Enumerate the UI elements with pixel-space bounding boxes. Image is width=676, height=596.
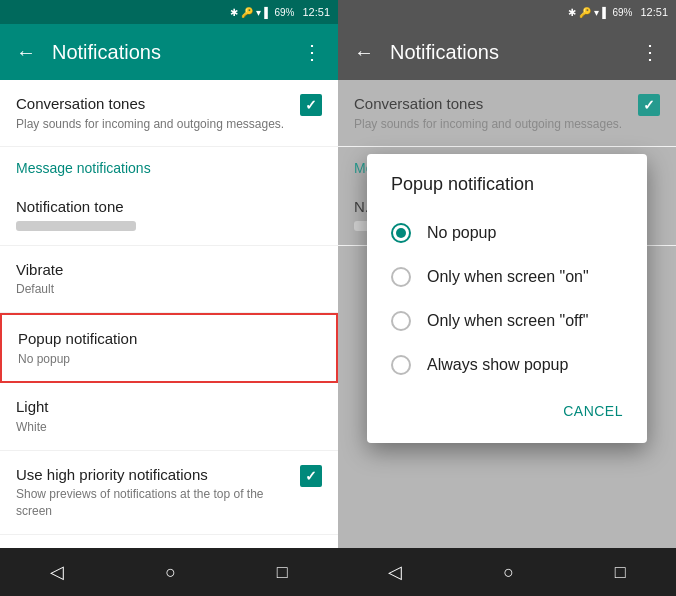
radio-circle-no-popup [391,223,411,243]
status-icons-left: ✱ 🔑 ▾ ▌ 69% [230,7,294,18]
app-bar-right: ← Notifications ⋮ [338,24,676,80]
status-time-right: 12:51 [640,6,668,18]
right-panel: ✱ 🔑 ▾ ▌ 69% 12:51 ← Notifications ⋮ Conv… [338,0,676,596]
popup-notification-sub: No popup [18,351,312,368]
battery-icon: 69% [274,7,294,18]
app-bar-left: ← Notifications ⋮ [0,24,338,80]
vibrate-sub: Default [16,281,314,298]
high-priority-item[interactable]: Use high priority notifications Show pre… [0,451,338,535]
status-time-left: 12:51 [302,6,330,18]
radio-label-screen-off: Only when screen "off" [427,312,588,330]
radio-screen-off[interactable]: Only when screen "off" [367,299,647,343]
radio-circle-screen-off [391,311,411,331]
signal-icon: ▌ [264,7,271,18]
page-title-right: Notifications [390,41,632,64]
key-icon-right: 🔑 [579,7,591,18]
high-priority-text: Use high priority notifications Show pre… [16,465,300,520]
radio-circle-always-show [391,355,411,375]
menu-button-left[interactable]: ⋮ [294,32,330,72]
notification-tone-value [16,221,136,231]
settings-content-left: Conversation tones Play sounds for incom… [0,80,338,548]
radio-label-no-popup: No popup [427,224,496,242]
status-bar-left: ✱ 🔑 ▾ ▌ 69% 12:51 [0,0,338,24]
popup-notification-item[interactable]: Popup notification No popup [0,313,338,383]
home-nav-btn-right[interactable]: ○ [495,554,522,591]
radio-always-show[interactable]: Always show popup [367,343,647,387]
key-icon: 🔑 [241,7,253,18]
bottom-nav-left: ◁ ○ □ [0,548,338,596]
notification-tone-item[interactable]: Notification tone [0,183,338,246]
menu-button-right[interactable]: ⋮ [632,32,668,72]
back-nav-btn-left[interactable]: ◁ [42,553,72,591]
dialog-title: Popup notification [367,154,647,211]
message-notifications-header: Message notifications [0,147,338,183]
notification-tone-text: Notification tone [16,197,322,231]
popup-notification-text: Popup notification No popup [18,329,320,367]
conversation-tones-sub: Play sounds for incoming and outgoing me… [16,116,292,133]
high-priority-checkbox[interactable] [300,465,322,487]
back-nav-btn-right[interactable]: ◁ [380,553,410,591]
high-priority-sub: Show previews of notifications at the to… [16,486,292,520]
radio-circle-screen-on [391,267,411,287]
recent-nav-btn-left[interactable]: □ [269,554,296,591]
home-nav-btn-left[interactable]: ○ [157,554,184,591]
notification-tone-label: Notification tone [16,197,314,217]
bluetooth-icon-right: ✱ [568,7,576,18]
light-sub: White [16,419,314,436]
wifi-icon-right: ▾ [594,7,599,18]
vibrate-label: Vibrate [16,260,314,280]
status-bar-right: ✱ 🔑 ▾ ▌ 69% 12:51 [338,0,676,24]
light-label: Light [16,397,314,417]
group-notifications-header: Group notifications [0,535,338,548]
radio-label-always-show: Always show popup [427,356,568,374]
bluetooth-icon: ✱ [230,7,238,18]
back-button-right[interactable]: ← [346,33,382,72]
popup-notification-dialog[interactable]: Popup notification No popup Only when sc… [367,154,647,443]
status-icons-right: ✱ 🔑 ▾ ▌ 69% [568,7,632,18]
radio-screen-on[interactable]: Only when screen "on" [367,255,647,299]
conversation-tones-item[interactable]: Conversation tones Play sounds for incom… [0,80,338,147]
bottom-nav-right: ◁ ○ □ [338,548,676,596]
light-item[interactable]: Light White [0,383,338,450]
battery-icon-right: 69% [612,7,632,18]
conversation-tones-text: Conversation tones Play sounds for incom… [16,94,300,132]
conversation-tones-item-right: Conversation tones Play sounds for incom… [338,80,676,147]
radio-label-screen-on: Only when screen "on" [427,268,589,286]
dialog-actions: CANCEL [367,387,647,435]
recent-nav-btn-right[interactable]: □ [607,554,634,591]
conversation-tones-label: Conversation tones [16,94,292,114]
message-notifications-title: Message notifications [16,160,151,176]
page-title-left: Notifications [52,41,294,64]
high-priority-label: Use high priority notifications [16,465,292,485]
left-panel: ✱ 🔑 ▾ ▌ 69% 12:51 ← Notifications ⋮ Conv… [0,0,338,596]
back-button-left[interactable]: ← [8,33,44,72]
conversation-tones-sub-right: Play sounds for incoming and outgoing me… [354,116,630,133]
vibrate-text: Vibrate Default [16,260,322,298]
conversation-tones-checkbox-right [638,94,660,116]
light-text: Light White [16,397,322,435]
conversation-tones-label-right: Conversation tones [354,94,630,114]
vibrate-item[interactable]: Vibrate Default [0,246,338,313]
signal-icon-right: ▌ [602,7,609,18]
cancel-button[interactable]: CANCEL [555,395,631,427]
radio-no-popup[interactable]: No popup [367,211,647,255]
popup-notification-label: Popup notification [18,329,312,349]
wifi-icon: ▾ [256,7,261,18]
conversation-tones-checkbox[interactable] [300,94,322,116]
